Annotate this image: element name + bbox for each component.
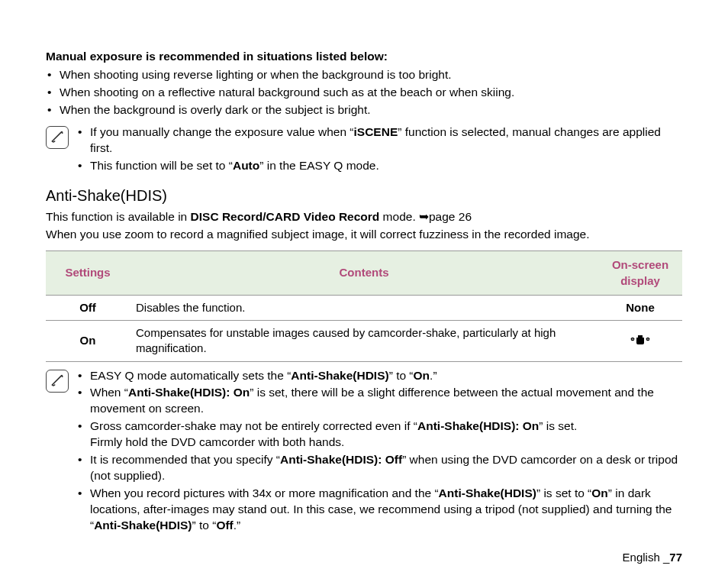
section-title: Anti-Shake(HDIS) (46, 186, 682, 206)
text: ” is set. (539, 419, 577, 432)
th-display: On-screen display (598, 251, 682, 296)
footer-lang: English (623, 551, 663, 564)
note-block-1: If you manually change the exposure valu… (46, 124, 682, 176)
bold-text: Anti-Shake(HDIS): On (128, 386, 250, 399)
text: Firmly hold the DVD camcorder with both … (90, 435, 344, 448)
text: .” (430, 369, 436, 382)
text: EASY Q mode automatically sets the “ (90, 369, 291, 382)
text: ” in the EASY Q mode. (259, 159, 379, 172)
note1-bullet: If you manually change the exposure valu… (76, 124, 682, 157)
section-desc-2: When you use zoom to record a magnified … (46, 227, 682, 243)
th-settings: Settings (46, 251, 130, 296)
intro-bullet: When shooting using reverse lighting or … (46, 67, 682, 83)
note2-bullet: It is recommended that you specify “Anti… (76, 452, 682, 484)
bold-text: On (414, 369, 430, 382)
text: When “ (90, 386, 128, 399)
bold-text: DISC Record/CARD Video Record (191, 210, 380, 223)
text: Gross camcorder-shake may not be entirel… (90, 419, 417, 432)
table-row: Off Disables the function. None (46, 295, 682, 320)
footer-page-number: 77 (669, 551, 682, 564)
text: When you record pictures with 34x or mor… (90, 486, 439, 499)
note1-bullet: This function will be set to “Auto” in t… (76, 158, 682, 174)
bold-text: Anti-Shake(HDIS) (291, 369, 388, 382)
page-footer: English _77 (623, 550, 682, 565)
bold-text: iSCENE (354, 125, 398, 138)
note-icon (46, 370, 69, 393)
bold-text: On (591, 486, 608, 499)
text: ” to “ (389, 369, 414, 382)
text: It is recommended that you specify “ (90, 453, 280, 466)
intro-heading: Manual exposure is recommended in situat… (46, 49, 682, 65)
note2-bullet: When “Anti-Shake(HDIS): On” is set, ther… (76, 385, 682, 417)
bold-text: Auto (233, 159, 259, 172)
settings-table: Settings Contents On-screen display Off … (46, 250, 682, 361)
bold-text: Anti-Shake(HDIS): Off (280, 453, 402, 466)
note-icon (46, 126, 69, 149)
cell-content: Compensates for unstable images caused b… (130, 321, 598, 362)
text: This function is available in (46, 210, 191, 223)
table-row: On Compensates for unstable images cause… (46, 321, 682, 362)
intro-bullet: When shooting on a reflective natural ba… (46, 85, 682, 101)
table-header-row: Settings Contents On-screen display (46, 251, 682, 296)
section-desc-1: This function is available in DISC Recor… (46, 209, 682, 225)
text: ” to “ (192, 519, 217, 532)
note-block-2: EASY Q mode automatically sets the “Anti… (46, 368, 682, 535)
intro-bullet: When the background is overly dark or th… (46, 102, 682, 118)
bold-text: Off (216, 519, 233, 532)
note2-bullet: EASY Q mode automatically sets the “Anti… (76, 368, 682, 384)
cell-setting: Off (46, 295, 130, 320)
cell-display-icon (598, 321, 682, 362)
cell-setting: On (46, 321, 130, 362)
text: This function will be set to “ (90, 159, 233, 172)
text: mode. ➥page 26 (379, 210, 472, 223)
text: .” (234, 519, 240, 532)
text: ” is set to “ (536, 486, 591, 499)
cell-content: Disables the function. (130, 295, 598, 320)
th-contents: Contents (130, 251, 598, 296)
text: If you manually change the exposure valu… (90, 125, 354, 138)
bold-text: Anti-Shake(HDIS) (439, 486, 536, 499)
bold-text: Anti-Shake(HDIS) (94, 519, 192, 532)
cell-display: None (598, 295, 682, 320)
note2-bullet: When you record pictures with 34x or mor… (76, 486, 682, 534)
bold-text: Anti-Shake(HDIS): On (417, 419, 539, 432)
note2-bullet: Gross camcorder-shake may not be entirel… (76, 419, 682, 451)
intro-bullet-list: When shooting using reverse lighting or … (46, 67, 682, 118)
hand-shake-icon (629, 332, 652, 350)
